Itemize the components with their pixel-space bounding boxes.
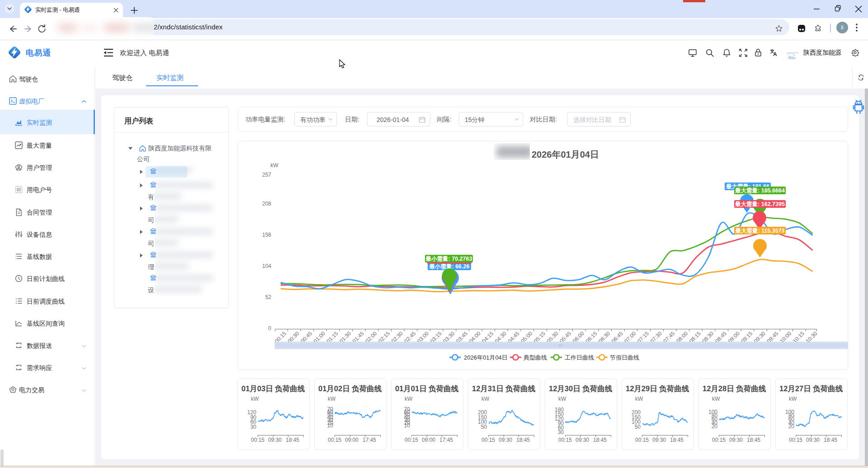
- svg-text:0: 0: [268, 325, 271, 332]
- svg-text:kW: kW: [481, 396, 490, 402]
- svg-text:30: 30: [558, 429, 564, 435]
- svg-text:104: 104: [262, 263, 271, 269]
- svg-text:00:15: 00:15: [635, 437, 649, 443]
- svg-text:18:45: 18:45: [593, 437, 607, 443]
- svg-text:09:30: 09:30: [806, 437, 820, 443]
- svg-text:最大需量: 162.7395: 最大需量: 162.7395: [735, 201, 785, 207]
- svg-text:kW: kW: [789, 396, 797, 402]
- svg-text:节假日曲线: 节假日曲线: [610, 354, 639, 361]
- svg-text:最大需量: 115.3573: 最大需量: 115.3573: [735, 228, 784, 234]
- svg-text:18:45: 18:45: [516, 437, 530, 443]
- svg-text:典型曲线: 典型曲线: [524, 354, 547, 361]
- svg-text:09:30: 09:30: [268, 437, 282, 443]
- svg-text:18:45: 18:45: [824, 437, 837, 443]
- svg-text:kW: kW: [328, 396, 336, 402]
- svg-text:10: 10: [327, 422, 334, 429]
- svg-text:kW: kW: [251, 396, 259, 402]
- svg-text:09:30: 09:30: [729, 437, 743, 443]
- svg-text:10: 10: [404, 422, 410, 429]
- svg-text:最大需量: 185.6664: 最大需量: 185.6664: [735, 187, 785, 194]
- svg-text:工作日曲线: 工作日曲线: [565, 354, 594, 361]
- svg-text:kW: kW: [635, 396, 643, 402]
- svg-text:17:45: 17:45: [439, 437, 453, 443]
- svg-text:00:15: 00:15: [558, 437, 572, 443]
- svg-text:17:45: 17:45: [363, 437, 376, 443]
- svg-text:09:00: 09:00: [345, 437, 359, 443]
- svg-text:09:30: 09:30: [576, 437, 589, 443]
- svg-text:50: 50: [635, 424, 641, 430]
- svg-text:00:15: 00:15: [481, 437, 495, 443]
- svg-text:18:45: 18:45: [286, 437, 299, 443]
- svg-text:30: 30: [250, 424, 257, 430]
- svg-text:09:00: 09:00: [422, 437, 435, 443]
- svg-text:50: 50: [481, 424, 487, 430]
- svg-text:kW: kW: [558, 396, 566, 402]
- svg-text:00:15: 00:15: [328, 437, 341, 443]
- svg-text:2026年01月04日: 2026年01月04日: [464, 354, 508, 361]
- svg-text:kW: kW: [712, 396, 720, 402]
- svg-text:09:30: 09:30: [499, 437, 512, 443]
- svg-text:最小需量: 70.2763: 最小需量: 70.2763: [425, 256, 472, 262]
- svg-text:00:15: 00:15: [405, 437, 418, 443]
- svg-text:52: 52: [265, 294, 272, 300]
- svg-text:kW: kW: [405, 396, 413, 402]
- svg-text:09:30: 09:30: [652, 437, 666, 443]
- svg-text:20: 20: [788, 423, 795, 430]
- svg-text:156: 156: [262, 232, 271, 238]
- svg-text:20: 20: [712, 423, 718, 430]
- svg-text:18:45: 18:45: [747, 437, 760, 443]
- svg-text:00:15: 00:15: [789, 437, 802, 443]
- svg-text:00:15: 00:15: [251, 437, 264, 443]
- svg-text:18:45: 18:45: [670, 437, 684, 443]
- svg-text:kW: kW: [270, 162, 278, 168]
- svg-text:00:15: 00:15: [712, 437, 726, 443]
- svg-text:257: 257: [262, 172, 271, 178]
- svg-text:208: 208: [262, 201, 271, 207]
